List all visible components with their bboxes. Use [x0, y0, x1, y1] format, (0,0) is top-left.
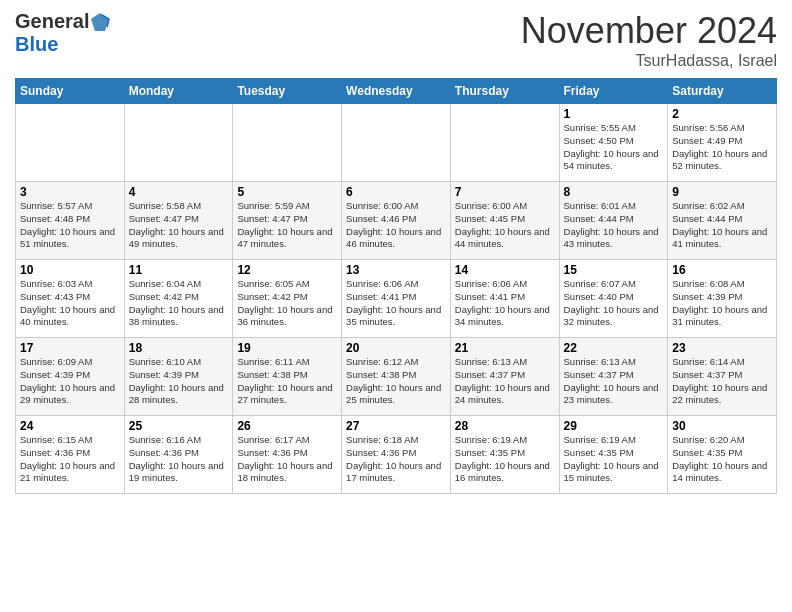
calendar-week-row: 17Sunrise: 6:09 AM Sunset: 4:39 PM Dayli… [16, 338, 777, 416]
day-number: 21 [455, 341, 555, 355]
logo-general-text: General [15, 10, 89, 33]
calendar-day-cell: 24Sunrise: 6:15 AM Sunset: 4:36 PM Dayli… [16, 416, 125, 494]
calendar-day-cell: 30Sunrise: 6:20 AM Sunset: 4:35 PM Dayli… [668, 416, 777, 494]
calendar-day-cell [16, 104, 125, 182]
calendar-day-cell: 26Sunrise: 6:17 AM Sunset: 4:36 PM Dayli… [233, 416, 342, 494]
day-info: Sunrise: 6:06 AM Sunset: 4:41 PM Dayligh… [455, 278, 555, 329]
day-number: 16 [672, 263, 772, 277]
calendar-day-cell: 1Sunrise: 5:55 AM Sunset: 4:50 PM Daylig… [559, 104, 668, 182]
calendar-day-cell: 20Sunrise: 6:12 AM Sunset: 4:38 PM Dayli… [342, 338, 451, 416]
calendar-day-cell [233, 104, 342, 182]
header-tuesday: Tuesday [233, 79, 342, 104]
calendar-day-cell: 15Sunrise: 6:07 AM Sunset: 4:40 PM Dayli… [559, 260, 668, 338]
calendar-day-cell: 27Sunrise: 6:18 AM Sunset: 4:36 PM Dayli… [342, 416, 451, 494]
calendar-header-row: Sunday Monday Tuesday Wednesday Thursday… [16, 79, 777, 104]
calendar-week-row: 24Sunrise: 6:15 AM Sunset: 4:36 PM Dayli… [16, 416, 777, 494]
day-number: 7 [455, 185, 555, 199]
header-sunday: Sunday [16, 79, 125, 104]
day-info: Sunrise: 5:58 AM Sunset: 4:47 PM Dayligh… [129, 200, 229, 251]
calendar-day-cell: 4Sunrise: 5:58 AM Sunset: 4:47 PM Daylig… [124, 182, 233, 260]
calendar-day-cell: 22Sunrise: 6:13 AM Sunset: 4:37 PM Dayli… [559, 338, 668, 416]
calendar-table: Sunday Monday Tuesday Wednesday Thursday… [15, 78, 777, 494]
calendar-day-cell: 3Sunrise: 5:57 AM Sunset: 4:48 PM Daylig… [16, 182, 125, 260]
title-area: November 2024 TsurHadassa, Israel [521, 10, 777, 70]
day-info: Sunrise: 6:11 AM Sunset: 4:38 PM Dayligh… [237, 356, 337, 407]
day-number: 28 [455, 419, 555, 433]
location-text: TsurHadassa, Israel [521, 52, 777, 70]
day-info: Sunrise: 6:15 AM Sunset: 4:36 PM Dayligh… [20, 434, 120, 485]
day-info: Sunrise: 6:05 AM Sunset: 4:42 PM Dayligh… [237, 278, 337, 329]
header-saturday: Saturday [668, 79, 777, 104]
day-info: Sunrise: 6:00 AM Sunset: 4:46 PM Dayligh… [346, 200, 446, 251]
calendar-day-cell: 9Sunrise: 6:02 AM Sunset: 4:44 PM Daylig… [668, 182, 777, 260]
page-container: General Blue November 2024 TsurHadassa, … [0, 0, 792, 504]
header-friday: Friday [559, 79, 668, 104]
day-number: 2 [672, 107, 772, 121]
calendar-day-cell: 16Sunrise: 6:08 AM Sunset: 4:39 PM Dayli… [668, 260, 777, 338]
calendar-week-row: 10Sunrise: 6:03 AM Sunset: 4:43 PM Dayli… [16, 260, 777, 338]
day-info: Sunrise: 6:03 AM Sunset: 4:43 PM Dayligh… [20, 278, 120, 329]
day-number: 27 [346, 419, 446, 433]
day-number: 29 [564, 419, 664, 433]
day-info: Sunrise: 6:12 AM Sunset: 4:38 PM Dayligh… [346, 356, 446, 407]
calendar-day-cell: 5Sunrise: 5:59 AM Sunset: 4:47 PM Daylig… [233, 182, 342, 260]
calendar-day-cell: 11Sunrise: 6:04 AM Sunset: 4:42 PM Dayli… [124, 260, 233, 338]
day-info: Sunrise: 6:19 AM Sunset: 4:35 PM Dayligh… [564, 434, 664, 485]
day-info: Sunrise: 6:10 AM Sunset: 4:39 PM Dayligh… [129, 356, 229, 407]
calendar-day-cell: 28Sunrise: 6:19 AM Sunset: 4:35 PM Dayli… [450, 416, 559, 494]
calendar-day-cell: 10Sunrise: 6:03 AM Sunset: 4:43 PM Dayli… [16, 260, 125, 338]
day-info: Sunrise: 6:09 AM Sunset: 4:39 PM Dayligh… [20, 356, 120, 407]
day-number: 20 [346, 341, 446, 355]
day-info: Sunrise: 6:01 AM Sunset: 4:44 PM Dayligh… [564, 200, 664, 251]
calendar-day-cell: 25Sunrise: 6:16 AM Sunset: 4:36 PM Dayli… [124, 416, 233, 494]
day-number: 23 [672, 341, 772, 355]
logo: General Blue [15, 10, 111, 56]
day-number: 15 [564, 263, 664, 277]
day-info: Sunrise: 5:57 AM Sunset: 4:48 PM Dayligh… [20, 200, 120, 251]
day-number: 22 [564, 341, 664, 355]
calendar-day-cell: 17Sunrise: 6:09 AM Sunset: 4:39 PM Dayli… [16, 338, 125, 416]
header-monday: Monday [124, 79, 233, 104]
day-info: Sunrise: 6:20 AM Sunset: 4:35 PM Dayligh… [672, 434, 772, 485]
calendar-day-cell: 7Sunrise: 6:00 AM Sunset: 4:45 PM Daylig… [450, 182, 559, 260]
calendar-day-cell: 18Sunrise: 6:10 AM Sunset: 4:39 PM Dayli… [124, 338, 233, 416]
month-title: November 2024 [521, 10, 777, 52]
day-info: Sunrise: 6:07 AM Sunset: 4:40 PM Dayligh… [564, 278, 664, 329]
day-info: Sunrise: 6:17 AM Sunset: 4:36 PM Dayligh… [237, 434, 337, 485]
day-info: Sunrise: 6:04 AM Sunset: 4:42 PM Dayligh… [129, 278, 229, 329]
day-info: Sunrise: 5:59 AM Sunset: 4:47 PM Dayligh… [237, 200, 337, 251]
calendar-week-row: 3Sunrise: 5:57 AM Sunset: 4:48 PM Daylig… [16, 182, 777, 260]
calendar-day-cell: 14Sunrise: 6:06 AM Sunset: 4:41 PM Dayli… [450, 260, 559, 338]
day-number: 30 [672, 419, 772, 433]
day-info: Sunrise: 6:13 AM Sunset: 4:37 PM Dayligh… [564, 356, 664, 407]
day-number: 13 [346, 263, 446, 277]
calendar-day-cell: 13Sunrise: 6:06 AM Sunset: 4:41 PM Dayli… [342, 260, 451, 338]
day-info: Sunrise: 6:08 AM Sunset: 4:39 PM Dayligh… [672, 278, 772, 329]
day-number: 17 [20, 341, 120, 355]
day-info: Sunrise: 6:02 AM Sunset: 4:44 PM Dayligh… [672, 200, 772, 251]
day-number: 3 [20, 185, 120, 199]
day-number: 24 [20, 419, 120, 433]
calendar-day-cell: 8Sunrise: 6:01 AM Sunset: 4:44 PM Daylig… [559, 182, 668, 260]
calendar-day-cell: 6Sunrise: 6:00 AM Sunset: 4:46 PM Daylig… [342, 182, 451, 260]
day-number: 1 [564, 107, 664, 121]
header-wednesday: Wednesday [342, 79, 451, 104]
calendar-week-row: 1Sunrise: 5:55 AM Sunset: 4:50 PM Daylig… [16, 104, 777, 182]
day-number: 14 [455, 263, 555, 277]
day-info: Sunrise: 5:55 AM Sunset: 4:50 PM Dayligh… [564, 122, 664, 173]
day-number: 25 [129, 419, 229, 433]
calendar-day-cell [124, 104, 233, 182]
day-number: 9 [672, 185, 772, 199]
calendar-day-cell: 2Sunrise: 5:56 AM Sunset: 4:49 PM Daylig… [668, 104, 777, 182]
day-number: 19 [237, 341, 337, 355]
calendar-day-cell: 21Sunrise: 6:13 AM Sunset: 4:37 PM Dayli… [450, 338, 559, 416]
calendar-day-cell [342, 104, 451, 182]
day-number: 6 [346, 185, 446, 199]
calendar-day-cell: 19Sunrise: 6:11 AM Sunset: 4:38 PM Dayli… [233, 338, 342, 416]
day-info: Sunrise: 6:00 AM Sunset: 4:45 PM Dayligh… [455, 200, 555, 251]
day-number: 11 [129, 263, 229, 277]
day-number: 26 [237, 419, 337, 433]
calendar-day-cell: 23Sunrise: 6:14 AM Sunset: 4:37 PM Dayli… [668, 338, 777, 416]
day-info: Sunrise: 6:18 AM Sunset: 4:36 PM Dayligh… [346, 434, 446, 485]
logo-blue-text: Blue [15, 33, 58, 55]
